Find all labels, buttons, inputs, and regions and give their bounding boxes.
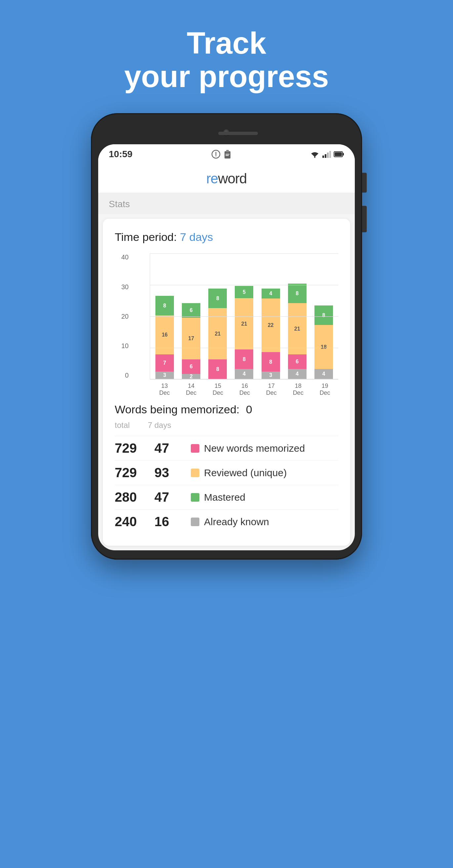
svg-point-8 <box>314 157 316 158</box>
time-period-row: Time period: 7 days <box>115 231 338 244</box>
y-label-20: 20 <box>121 313 129 320</box>
segment-green-6: 8 <box>288 284 306 303</box>
svg-rect-14 <box>343 153 344 156</box>
legend-label-2: Reviewed (unique) <box>204 467 287 478</box>
y-label-30: 30 <box>121 283 129 291</box>
legend-label-3: Mastered <box>204 492 245 503</box>
side-button-mid <box>362 206 367 232</box>
stat-period-2: 93 <box>154 465 191 480</box>
signal-icon <box>322 150 331 158</box>
bar-14dec: 2 6 17 6 <box>182 303 200 379</box>
speaker <box>218 132 258 135</box>
stat-period-4: 16 <box>154 514 191 529</box>
segment-orange-4: 21 <box>235 298 253 349</box>
app-title-re: re <box>206 171 218 186</box>
app-title: reword <box>105 171 348 187</box>
svg-rect-4 <box>226 150 229 152</box>
stats-table: total 7 days 729 47 New words memorized <box>115 421 338 534</box>
segment-orange-3: 21 <box>208 308 227 360</box>
time-period-label: Time period: <box>115 231 177 243</box>
legend-dot-grey <box>191 518 199 526</box>
stats-header-period: 7 days <box>148 421 181 430</box>
stats-table-header: total 7 days <box>115 421 338 433</box>
y-label-40: 40 <box>121 253 129 261</box>
segment-orange-5: 22 <box>262 299 280 352</box>
segment-orange-6: 21 <box>288 303 306 354</box>
x-label-19dec: 19 Dec <box>316 382 334 397</box>
bar-17dec: 3 8 22 4 <box>262 288 280 379</box>
segment-grey-7: 4 <box>315 369 333 379</box>
segment-pink-5: 8 <box>262 352 280 372</box>
stats-row-known: 240 16 Already known <box>115 509 338 534</box>
segment-grey-2: 2 <box>182 374 200 379</box>
chart-wrapper: 40 30 20 10 0 <box>115 253 338 397</box>
segment-pink-4: 8 <box>235 349 253 369</box>
svg-rect-15 <box>335 152 342 156</box>
segment-green-2: 6 <box>182 303 200 318</box>
segment-pink-6: 6 <box>288 354 306 369</box>
segment-grey-6: 4 <box>288 369 306 379</box>
chart-area: 3 7 16 8 2 6 17 6 <box>150 253 338 397</box>
svg-rect-11 <box>327 153 329 158</box>
bar-19dec: 4 18 8 <box>315 305 333 379</box>
legend-label-4: Already known <box>204 516 269 527</box>
stat-legend-3: Mastered <box>191 492 245 503</box>
svg-rect-12 <box>329 151 331 158</box>
battery-icon <box>334 151 344 158</box>
stats-row-mastered: 280 47 Mastered <box>115 485 338 509</box>
stat-total-3: 280 <box>115 490 154 505</box>
clipboard-icon <box>224 150 231 159</box>
stat-period-3: 47 <box>154 490 191 505</box>
stats-row-new-words: 729 47 New words memorized <box>115 436 338 460</box>
legend-dot-green <box>191 493 199 502</box>
hero-line1: Track <box>124 27 329 60</box>
svg-rect-9 <box>322 156 324 158</box>
hero-title: Track your progress <box>124 27 329 93</box>
svg-rect-3 <box>225 151 230 158</box>
segment-green-5: 4 <box>262 288 280 299</box>
stats-header-total: total <box>115 421 148 430</box>
hero-line2: your progress <box>124 60 329 93</box>
words-memorized-count: 0 <box>246 403 252 415</box>
x-label-13dec: 13 Dec <box>155 382 173 397</box>
stat-legend-1: New words memorized <box>191 443 305 454</box>
status-right-icons <box>310 150 344 158</box>
status-bar: 10:59 <box>98 144 355 163</box>
bars-container: 3 7 16 8 2 6 17 6 <box>150 253 338 379</box>
wifi-icon <box>310 150 320 158</box>
bar-16dec: 4 8 21 5 <box>235 286 253 379</box>
x-label-16dec: 16 Dec <box>235 382 254 397</box>
svg-rect-10 <box>325 154 326 158</box>
svg-rect-6 <box>226 155 229 156</box>
stat-total-1: 729 <box>115 441 154 456</box>
svg-point-2 <box>215 156 216 157</box>
stats-card: Time period: 7 days 40 30 20 10 0 <box>103 219 350 546</box>
segment-green-1: 8 <box>155 296 174 315</box>
segment-grey-5: 3 <box>262 372 280 379</box>
bar-13dec: 3 7 16 8 <box>155 296 174 379</box>
segment-green-4: 5 <box>235 286 253 298</box>
stat-legend-4: Already known <box>191 516 269 527</box>
words-memorized-row: Words being memorized: 0 <box>115 403 338 416</box>
segment-grey-1: 3 <box>155 372 174 379</box>
x-label-15dec: 15 Dec <box>208 382 227 397</box>
x-label-18dec: 18 Dec <box>289 382 308 397</box>
status-left-icons <box>211 150 231 159</box>
y-label-0: 0 <box>125 372 129 379</box>
x-label-14dec: 14 Dec <box>182 382 200 397</box>
stat-total-2: 729 <box>115 465 154 480</box>
phone-mockup: 10:59 <box>91 113 362 560</box>
phone-screen: 10:59 <box>98 144 355 550</box>
segment-pink-1: 7 <box>155 354 174 372</box>
status-time: 10:59 <box>109 149 133 159</box>
segment-orange-2: 17 <box>182 318 200 360</box>
segment-orange-7: 18 <box>315 325 333 369</box>
stats-row-reviewed: 729 93 Reviewed (unique) <box>115 460 338 485</box>
time-period-value[interactable]: 7 days <box>180 231 213 243</box>
segment-green-7: 8 <box>315 305 333 325</box>
legend-label-1: New words memorized <box>204 443 305 454</box>
side-button-top <box>362 173 367 193</box>
y-label-10: 10 <box>121 342 129 350</box>
stat-total-4: 240 <box>115 514 154 529</box>
stats-section-label: Stats <box>98 193 355 214</box>
